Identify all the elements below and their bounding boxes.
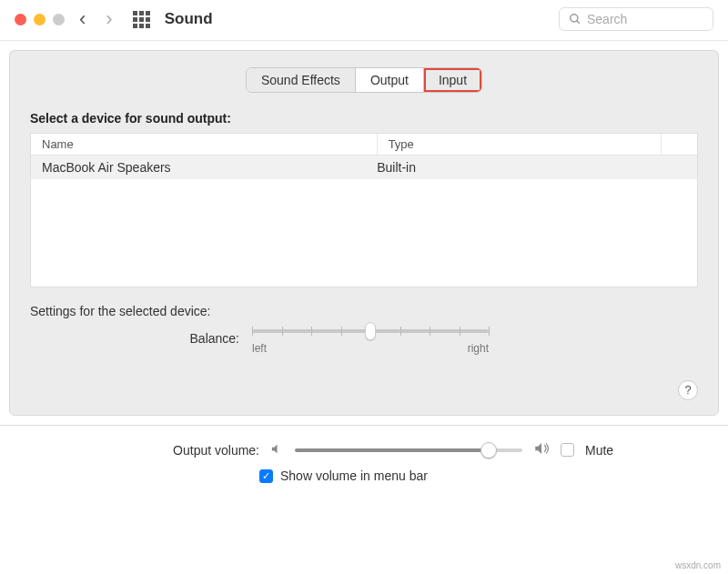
mute-label: Mute <box>585 443 613 458</box>
device-name: MacBook Air Speakers <box>42 160 377 175</box>
mute-checkbox[interactable] <box>561 443 574 457</box>
output-volume-label: Output volume: <box>18 443 259 458</box>
window-toolbar: ‹ › Sound Search <box>0 0 728 41</box>
search-icon <box>569 13 581 25</box>
show-volume-menu-label: Show volume in menu bar <box>280 468 428 483</box>
show-volume-menu-checkbox[interactable]: ✓ <box>259 469 273 483</box>
table-header: Name Type <box>31 134 697 156</box>
window-controls <box>15 14 65 25</box>
output-volume-thumb[interactable] <box>480 442 497 458</box>
tab-group: Sound Effects Output Input <box>246 67 482 93</box>
svg-line-1 <box>577 21 580 24</box>
footer: Output volume: Mute ✓ Show volume in men… <box>0 425 728 492</box>
balance-row: Balance: left right <box>30 329 698 355</box>
balance-left-label: left <box>252 342 267 355</box>
zoom-window-button <box>53 14 65 25</box>
balance-thumb[interactable] <box>365 322 376 340</box>
help-button[interactable]: ? <box>678 380 698 400</box>
tab-output[interactable]: Output <box>356 68 424 92</box>
balance-label: Balance: <box>30 329 239 346</box>
show-all-button[interactable] <box>133 11 150 28</box>
tab-sound-effects[interactable]: Sound Effects <box>247 68 356 92</box>
table-row[interactable]: MacBook Air Speakers Built-in <box>31 156 697 179</box>
balance-right-label: right <box>468 342 489 355</box>
back-button[interactable]: ‹ <box>74 7 91 31</box>
minimize-window-button[interactable] <box>34 14 46 25</box>
tab-input[interactable]: Input <box>424 68 481 92</box>
section-heading: Select a device for sound output: <box>30 111 698 126</box>
svg-point-0 <box>571 15 578 22</box>
forward-button: › <box>100 7 117 31</box>
volume-min-icon <box>270 442 284 458</box>
device-settings-heading: Settings for the selected device: <box>30 304 698 318</box>
column-type[interactable]: Type <box>378 134 661 155</box>
output-volume-slider[interactable] <box>295 442 522 458</box>
preference-panel: Sound Effects Output Input Select a devi… <box>9 50 719 416</box>
volume-max-icon <box>533 440 550 459</box>
search-input[interactable]: Search <box>559 7 713 31</box>
watermark: wsxdn.com <box>675 560 721 570</box>
device-table: Name Type MacBook Air Speakers Built-in <box>30 133 698 287</box>
panel-title: Sound <box>165 10 213 28</box>
close-window-button[interactable] <box>15 14 26 25</box>
device-type: Built-in <box>377 160 686 175</box>
column-name[interactable]: Name <box>31 134 378 155</box>
balance-slider[interactable] <box>252 329 489 333</box>
